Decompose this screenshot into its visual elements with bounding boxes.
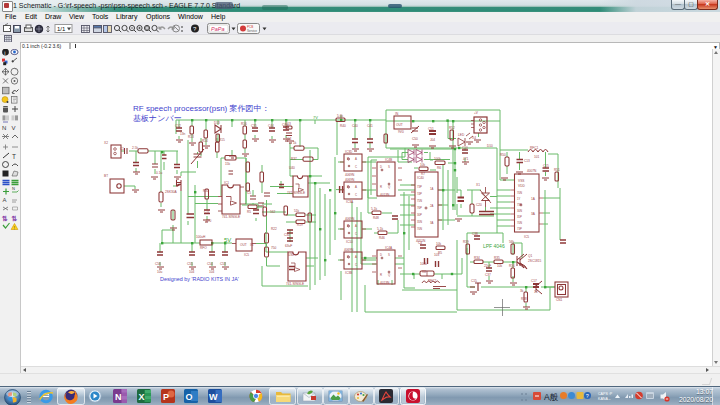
svg-text:471: 471 [463,157,469,161]
svg-text:R16: R16 [241,122,247,126]
svg-text:VSS: VSS [518,179,524,183]
svg-text:R38: R38 [521,297,527,301]
svg-text:A: A [355,185,357,189]
svg-text:R37: R37 [291,157,297,161]
svg-text:101: 101 [534,155,540,159]
svg-text:IC4A: IC4A [385,246,393,250]
svg-text:IN: IN [395,112,399,116]
svg-text:70N: 70N [517,221,522,225]
svg-text:C11: C11 [204,210,210,214]
svg-text:R: R [380,185,382,189]
svg-text:73P: 73P [417,185,422,189]
svg-text:100uH: 100uH [196,235,206,239]
svg-text:10u: 10u [157,270,163,274]
svg-text:30N: 30N [517,209,522,213]
svg-text:R40: R40 [340,124,346,128]
svg-text:104: 104 [189,270,195,274]
svg-text:IC40: IC40 [417,176,424,180]
svg-text:D10: D10 [487,144,493,148]
svg-text:A般: A般 [544,392,559,402]
svg-text:IC1: IC1 [224,181,229,185]
svg-text:X4: X4 [472,136,476,140]
svg-text:Designed by 'RADIO KITS IN J: Designed by 'RADIO KITS IN JA' [160,276,239,282]
svg-text:7V: 7V [313,115,318,120]
svg-text:B: B [347,157,349,161]
svg-text:741-SINGLE: 741-SINGLE [286,282,304,286]
svg-text:1A: 1A [531,197,536,201]
svg-text:35P: 35P [517,215,522,219]
svg-text:C17: C17 [531,279,537,283]
svg-text:C30: C30 [284,233,290,237]
svg-text:IC5: IC5 [244,253,249,257]
svg-text:Q1: Q1 [528,254,532,258]
svg-text:0.1u: 0.1u [156,171,162,175]
svg-text:RFC2: RFC2 [428,279,437,283]
svg-text:562: 562 [270,210,276,214]
svg-text:R48: R48 [373,216,379,220]
svg-text:D: D [380,253,382,257]
svg-text:W: W [209,392,218,402]
svg-text:C35: C35 [251,124,257,128]
svg-text:C37: C37 [485,273,491,277]
svg-text:A: A [355,157,357,161]
svg-text:10k: 10k [497,264,503,268]
svg-text:B: B [347,255,349,259]
svg-text:5.6k: 5.6k [337,114,343,118]
svg-text:C1: C1 [120,147,124,151]
svg-text:2SC1815: 2SC1815 [528,259,542,263]
svg-text:Q: Q [388,185,391,189]
svg-text:470: 470 [206,219,212,223]
svg-text:D: D [380,165,382,169]
svg-text:R7: R7 [421,172,425,176]
svg-text:IC4B: IC4B [385,158,392,162]
svg-text:N: N [115,392,122,402]
svg-text:D13: D13 [214,121,220,125]
svg-text:R46: R46 [379,236,385,240]
svg-text:+V: +V [474,111,479,115]
svg-text:?: ? [586,393,589,399]
svg-text:R31: R31 [203,189,209,193]
svg-text:C: C [355,165,357,169]
svg-text:13n: 13n [180,132,186,136]
svg-text:LED: LED [458,133,465,137]
svg-text:C15: C15 [471,279,477,283]
svg-text:C40: C40 [352,124,358,128]
svg-text:10k: 10k [420,163,426,167]
svg-text:OUT: OUT [240,243,247,247]
svg-text:X: X [139,392,145,402]
svg-text:O: O [186,392,193,402]
svg-text:1u: 1u [534,290,538,294]
svg-text:R19: R19 [297,223,303,227]
svg-text:X2: X2 [104,141,108,145]
svg-text:R34: R34 [474,256,480,260]
svg-text:C5: C5 [247,191,251,195]
svg-text:R15: R15 [219,138,225,142]
svg-text:4069N: 4069N [345,217,355,221]
svg-text:1k: 1k [293,141,297,145]
svg-text:C13: C13 [524,159,530,163]
svg-text:C51: C51 [428,127,434,131]
svg-text:741-SINGLE: 741-SINGLE [222,215,240,219]
svg-text:R14: R14 [202,139,208,143]
svg-text:3k: 3k [520,289,524,293]
svg-text:CAPS :P: CAPS :P [598,392,613,396]
svg-text:56k: 56k [509,240,515,244]
svg-text:5.1k: 5.1k [371,207,377,211]
svg-text:RFC1: RFC1 [530,146,539,150]
svg-text:4013N: 4013N [380,193,390,197]
svg-text:22uF: 22uF [484,264,491,268]
svg-text:R8: R8 [422,270,426,274]
svg-text:1Y: 1Y [517,197,521,201]
svg-text:4069N: 4069N [345,173,355,177]
svg-text:70N: 70N [417,227,422,231]
svg-text:R6: R6 [437,166,441,170]
svg-text:63uF: 63uF [285,244,292,248]
svg-text:BT: BT [104,174,108,178]
svg-text:R52: R52 [449,126,455,130]
svg-text:2SK30A: 2SK30A [165,190,178,194]
svg-text:100k: 100k [420,262,427,266]
svg-text:4013N: 4013N [380,281,390,285]
svg-text:IC5: IC5 [524,235,529,239]
svg-text:B: B [347,185,349,189]
svg-text:100k: 100k [434,157,441,161]
